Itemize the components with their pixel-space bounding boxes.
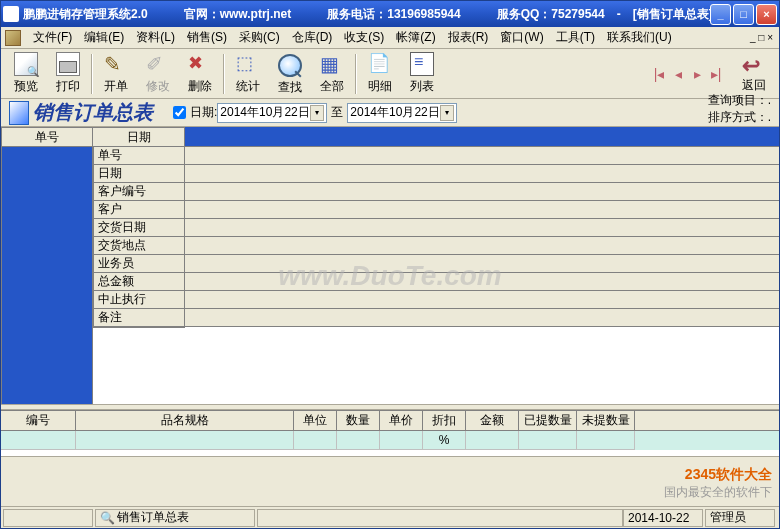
col-order-no[interactable]: 单号 [1,127,93,147]
menu-ledger[interactable]: 帐簿(Z) [390,27,441,48]
lower-cell[interactable] [294,431,337,450]
stat-button[interactable]: 统计 [227,51,269,97]
back-icon [742,53,766,77]
query-label: 查询项目：. [708,92,771,109]
window-title: 鹏鹏进销存管理系统2.0 官网：www.ptrj.net 服务电话：131969… [23,6,710,23]
record-nav: |◂ ◂ ▸ ▸| [650,65,725,83]
lower-cell[interactable] [76,431,294,450]
close-button[interactable]: × [756,4,777,25]
back-button[interactable]: 返回 [733,51,775,97]
menu-window[interactable]: 窗口(W) [494,27,549,48]
all-icon [320,52,344,76]
field-picker: 单号 日期 客户编号 客户 交货日期 交货地点 业务员 总金额 中止执行 备注 [93,147,185,328]
nav-first-icon[interactable]: |◂ [650,65,668,83]
print-icon [56,52,80,76]
lower-col[interactable]: 数量 [337,411,380,430]
lower-cell[interactable] [577,431,635,450]
list-icon [410,52,434,76]
lower-cell[interactable] [519,431,577,450]
nav-last-icon[interactable]: ▸| [707,65,725,83]
find-icon [278,54,302,77]
app-icon [3,6,19,22]
page-icon [9,101,29,125]
menu-report[interactable]: 报表(R) [442,27,495,48]
chevron-down-icon[interactable]: ▾ [440,105,454,121]
all-button[interactable]: 全部 [311,51,353,97]
field-item[interactable]: 单号 [94,147,184,165]
delete-icon [188,52,212,76]
menu-sales[interactable]: 销售(S) [181,27,233,48]
lower-grid: 编号品名规格单位数量单价折扣金额已提数量未提数量 % [1,410,779,456]
detail-icon [368,52,392,76]
lower-columns: 编号品名规格单位数量单价折扣金额已提数量未提数量 [1,411,779,431]
field-item[interactable]: 备注 [94,309,184,327]
lower-cell[interactable] [380,431,423,450]
menu-finance[interactable]: 收支(S) [338,27,390,48]
detail-button[interactable]: 明细 [359,51,401,97]
child-close-hint[interactable]: _ □ × [750,32,779,43]
minimize-button[interactable]: _ [710,4,731,25]
title-bar[interactable]: 鹏鹏进销存管理系统2.0 官网：www.ptrj.net 服务电话：131969… [1,1,779,27]
lower-col[interactable]: 折扣 [423,411,466,430]
field-item[interactable]: 交货日期 [94,219,184,237]
nav-next-icon[interactable]: ▸ [688,65,706,83]
lower-col[interactable]: 单价 [380,411,423,430]
menu-tools[interactable]: 工具(T) [550,27,601,48]
lower-col[interactable]: 单位 [294,411,337,430]
menu-file[interactable]: 文件(F) [27,27,78,48]
edit-button: 修改 [137,51,179,97]
field-item[interactable]: 客户 [94,201,184,219]
col-date[interactable]: 日期 [93,127,185,147]
lower-col[interactable]: 金额 [466,411,519,430]
menu-bar: 文件(F) 编辑(E) 资料(L) 销售(S) 采购(C) 仓库(D) 收支(S… [1,27,779,49]
date-checkbox[interactable] [173,106,186,119]
field-item[interactable]: 客户编号 [94,183,184,201]
new-button[interactable]: 开单 [95,51,137,97]
mdi-background: 2345软件大全 国内最安全的软件下 [1,456,779,506]
lower-cell[interactable] [1,431,76,450]
lower-col[interactable]: 已提数量 [519,411,577,430]
grid-header-selected[interactable] [185,127,779,147]
field-item[interactable]: 业务员 [94,255,184,273]
menu-edit[interactable]: 编辑(E) [78,27,130,48]
edit-icon [146,52,170,76]
lower-col[interactable]: 未提数量 [577,411,635,430]
date-from-input[interactable]: 2014年10月22日▾ [217,103,327,123]
preview-icon [14,52,38,76]
chevron-down-icon[interactable]: ▾ [310,105,324,121]
menu-purchase[interactable]: 采购(C) [233,27,286,48]
field-item[interactable]: 总金额 [94,273,184,291]
list-button[interactable]: 列表 [401,51,443,97]
field-item[interactable]: 日期 [94,165,184,183]
new-icon [104,52,128,76]
date-to-input[interactable]: 2014年10月22日▾ [347,103,457,123]
lower-col[interactable]: 品名规格 [76,411,294,430]
sort-label: 排序方式：. [708,109,771,126]
menu-warehouse[interactable]: 仓库(D) [286,27,339,48]
lower-cell[interactable] [337,431,380,450]
to-label: 至 [331,104,343,121]
col-body-order[interactable] [1,147,93,404]
upper-grid: 单号 日期 单号 日期 客户编号 客户 交货日期 交货地点 业务员 [1,127,779,404]
lower-cell[interactable] [466,431,519,450]
lower-cell[interactable]: % [423,431,466,450]
delete-button[interactable]: 删除 [179,51,221,97]
stat-icon [236,52,260,76]
find-button[interactable]: 查找 [269,51,311,97]
field-item[interactable]: 交货地点 [94,237,184,255]
print-button[interactable]: 打印 [47,51,89,97]
status-tab: 🔍销售订单总表 [95,509,255,527]
date-label: 日期: [190,104,217,121]
menu-data[interactable]: 资料(L) [130,27,181,48]
nav-prev-icon[interactable]: ◂ [669,65,687,83]
lower-col[interactable]: 编号 [1,411,76,430]
status-bar: 🔍销售订单总表 2014-10-22 管理员 [1,506,779,528]
field-item[interactable]: 中止执行 [94,291,184,309]
app-window: 鹏鹏进销存管理系统2.0 官网：www.ptrj.net 服务电话：131969… [0,0,780,529]
lower-row: % [1,431,779,450]
maximize-button[interactable]: □ [733,4,754,25]
menu-contact[interactable]: 联系我们(U) [601,27,678,48]
filter-bar: 销售订单总表 日期: 2014年10月22日▾ 至 2014年10月22日▾ 查… [1,99,779,127]
toolbar: 预览 打印 开单 修改 删除 统计 查找 全部 明细 列表 |◂ ◂ ▸ ▸| … [1,49,779,99]
preview-button[interactable]: 预览 [5,51,47,97]
